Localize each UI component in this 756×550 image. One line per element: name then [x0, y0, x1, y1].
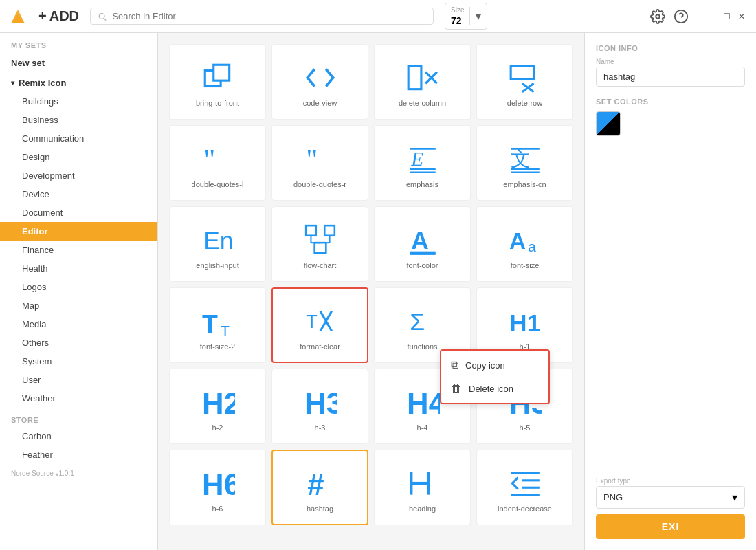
color-swatch[interactable]: [596, 111, 621, 136]
double-quotes-l-label: double-quotes-l: [192, 180, 244, 188]
icon-cell-flow-chart[interactable]: flow-chart: [271, 206, 368, 282]
svg-text:T: T: [306, 311, 318, 332]
map-label: Map: [22, 300, 39, 311]
svg-rect-27: [324, 226, 335, 236]
icon-cell-heading[interactable]: heading: [374, 450, 471, 525]
remix-icon-label: Remix Icon: [19, 78, 66, 88]
emphasis-label: emphasis: [406, 180, 438, 188]
emphasis-cn-label: emphasis-cn: [503, 180, 546, 188]
design-label: Design: [22, 152, 49, 162]
sidebar-item-weather[interactable]: Weather: [0, 389, 157, 408]
svg-text:H2: H2: [202, 386, 235, 419]
double-quotes-l-icon: ": [201, 142, 235, 176]
triangle-icon: ▾: [11, 79, 14, 87]
h-2-label: h-2: [212, 424, 223, 432]
sidebar-item-communication[interactable]: Communication: [0, 129, 157, 148]
sidebar-item-carbon[interactable]: Carbon: [0, 427, 157, 446]
icon-cell-indent-decrease[interactable]: indent-decrease: [476, 450, 573, 525]
svg-text:E: E: [410, 148, 423, 170]
sidebar-item-editor[interactable]: Editor: [0, 222, 157, 241]
icon-cell-font-size-2[interactable]: T T font-size-2: [169, 287, 266, 363]
font-size-icon: A a: [508, 223, 542, 257]
icon-cell-h-3[interactable]: H3 h-3: [271, 368, 368, 444]
icon-cell-delete-column[interactable]: delete-column: [374, 44, 471, 120]
h-5-label: h-5: [520, 424, 531, 432]
weather-label: Weather: [22, 393, 56, 404]
minimize-button[interactable]: ─: [705, 10, 718, 23]
svg-text:文: 文: [511, 148, 531, 170]
add-button[interactable]: + ADD: [38, 8, 79, 24]
icon-cell-h-2[interactable]: H2 h-2: [169, 368, 266, 444]
icon-cell-font-size[interactable]: A a font-size: [476, 206, 573, 282]
delete-menu-icon: 🗑: [451, 382, 462, 395]
svg-rect-34: [410, 252, 436, 255]
sidebar-item-logos[interactable]: Logos: [0, 278, 157, 296]
topbar-icons: [650, 9, 689, 24]
svg-rect-28: [314, 243, 326, 253]
svg-point-4: [656, 14, 660, 19]
functions-label: functions: [407, 342, 437, 351]
svg-text:En: En: [203, 227, 233, 254]
settings-icon[interactable]: [650, 9, 665, 24]
sidebar-item-finance[interactable]: Finance: [0, 241, 157, 259]
bring-to-front-icon: [201, 60, 235, 95]
my-sets-label: MY SETS: [0, 33, 157, 52]
copy-icon-menu-item[interactable]: ⧉ Copy icon: [441, 353, 548, 377]
icon-cell-format-clear[interactable]: T format-clear: [271, 287, 368, 363]
icon-cell-hashtag[interactable]: # hashtag: [271, 450, 368, 525]
icon-cell-double-quotes-l[interactable]: " double-quotes-l: [169, 125, 266, 201]
buildings-label: Buildings: [22, 96, 58, 107]
sidebar-item-new-set[interactable]: New set: [0, 52, 157, 74]
svg-point-2: [99, 13, 104, 19]
h-6-label: h-6: [212, 505, 223, 513]
icon-cell-code-view[interactable]: code-view: [271, 44, 368, 120]
maximize-button[interactable]: ☐: [720, 10, 733, 23]
sidebar-item-design[interactable]: Design: [0, 148, 157, 166]
sidebar-item-document[interactable]: Document: [0, 204, 157, 222]
hashtag-icon: #: [303, 466, 337, 500]
svg-text:H6: H6: [202, 468, 235, 500]
sidebar-item-feather[interactable]: Feather: [0, 446, 157, 464]
indent-decrease-label: indent-decrease: [498, 505, 552, 513]
sidebar-item-remix-icon[interactable]: ▾ Remix Icon: [0, 74, 157, 92]
search-input[interactable]: [112, 11, 426, 21]
size-dropdown-button[interactable]: ▾: [469, 7, 487, 25]
media-label: Media: [22, 319, 46, 329]
sidebar-item-system[interactable]: System: [0, 352, 157, 371]
font-size-2-label: font-size-2: [200, 342, 235, 351]
icon-cell-double-quotes-r[interactable]: " double-quotes-r: [271, 125, 368, 201]
font-color-icon: A: [405, 223, 440, 257]
icon-cell-delete-row[interactable]: delete-row: [476, 44, 573, 120]
sidebar-item-development[interactable]: Development: [0, 166, 157, 185]
sidebar-item-media[interactable]: Media: [0, 315, 157, 333]
export-type-select[interactable]: PNG ▾: [596, 486, 745, 509]
icon-cell-h-6[interactable]: H6 h-6: [169, 450, 266, 525]
sidebar-item-device[interactable]: Device: [0, 185, 157, 204]
close-button[interactable]: ✕: [735, 10, 748, 23]
icon-cell-bring-to-front[interactable]: bring-to-front: [169, 44, 266, 120]
h-3-label: h-3: [315, 424, 326, 432]
delete-icon-menu-item[interactable]: 🗑 Delete icon: [441, 377, 548, 400]
sidebar-item-health[interactable]: Health: [0, 259, 157, 278]
sidebar-item-others[interactable]: Others: [0, 333, 157, 352]
icon-name-input[interactable]: [596, 67, 745, 87]
svg-text:H1: H1: [509, 309, 540, 337]
sidebar: MY SETS New set ▾ Remix Icon Buildings B…: [0, 33, 158, 550]
code-view-label: code-view: [303, 99, 337, 107]
icon-cell-english-input[interactable]: En english-input: [169, 206, 266, 282]
device-label: Device: [22, 189, 49, 199]
functions-icon: Σ: [405, 304, 440, 338]
sidebar-item-buildings[interactable]: Buildings: [0, 92, 157, 111]
icon-cell-emphasis-cn[interactable]: 文 emphasis-cn: [476, 125, 573, 201]
icon-cell-emphasis[interactable]: E emphasis: [374, 125, 471, 201]
export-button[interactable]: EXI: [596, 514, 745, 539]
icon-cell-font-color[interactable]: A font-color: [374, 206, 471, 282]
sidebar-item-map[interactable]: Map: [0, 296, 157, 315]
icon-grid: bring-to-front code-view: [169, 44, 573, 525]
h-4-icon: H4: [405, 385, 440, 419]
sidebar-item-business[interactable]: Business: [0, 111, 157, 129]
search-box: [90, 8, 434, 25]
help-icon[interactable]: [674, 9, 689, 24]
sidebar-item-user[interactable]: User: [0, 371, 157, 389]
health-label: Health: [22, 263, 48, 274]
